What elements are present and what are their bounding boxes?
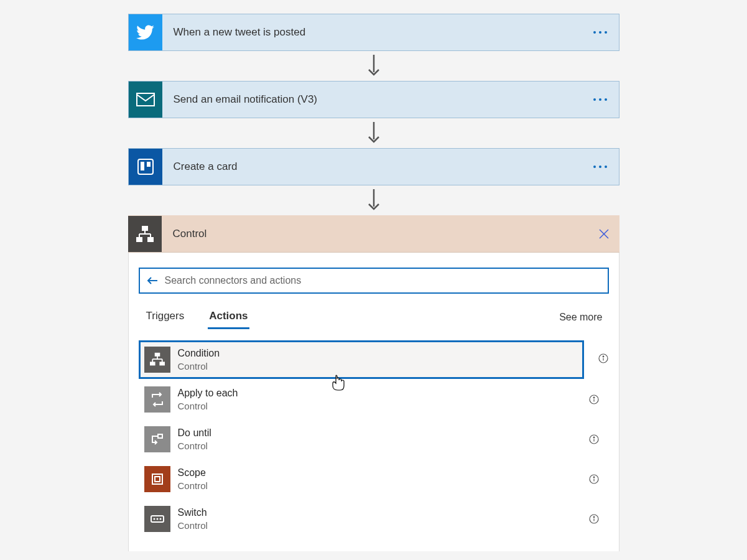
action-sub: Control bbox=[178, 520, 585, 532]
svg-point-37 bbox=[593, 477, 595, 478]
svg-rect-30 bbox=[158, 434, 162, 438]
svg-rect-17 bbox=[155, 353, 159, 356]
info-icon[interactable] bbox=[598, 353, 608, 366]
svg-rect-34 bbox=[152, 474, 162, 484]
action-item-do-until[interactable]: Do until Control bbox=[139, 420, 609, 459]
apply-each-icon bbox=[144, 386, 170, 413]
info-icon[interactable] bbox=[585, 434, 603, 444]
close-icon[interactable] bbox=[588, 228, 619, 240]
mail-icon bbox=[129, 82, 162, 118]
flow-step-label: Send an email notification (V3) bbox=[162, 93, 582, 106]
svg-rect-22 bbox=[150, 362, 154, 365]
twitter-icon bbox=[129, 14, 162, 50]
info-icon[interactable] bbox=[585, 394, 603, 404]
flow-step-twitter[interactable]: When a new tweet is posted bbox=[128, 14, 619, 51]
arrow-down-icon bbox=[128, 118, 619, 148]
action-sub: Control bbox=[178, 400, 585, 413]
svg-point-25 bbox=[603, 356, 604, 357]
ellipsis-icon[interactable] bbox=[582, 98, 619, 101]
svg-rect-13 bbox=[148, 238, 153, 241]
arrow-left-icon bbox=[146, 276, 159, 286]
svg-point-32 bbox=[593, 437, 595, 438]
flow-step-trello[interactable]: Create a card bbox=[128, 148, 619, 185]
arrow-down-icon bbox=[128, 185, 619, 215]
action-title: Do until bbox=[178, 427, 585, 440]
action-item-apply-each[interactable]: Apply to each Control bbox=[139, 380, 609, 419]
tabs-row: Triggers Actions See more bbox=[139, 305, 609, 329]
control-panel-title: Control bbox=[162, 228, 588, 240]
action-title: Scope bbox=[178, 467, 585, 480]
action-item-scope[interactable]: Scope Control bbox=[139, 460, 609, 498]
svg-rect-3 bbox=[138, 159, 153, 174]
scope-icon bbox=[144, 466, 170, 492]
control-icon bbox=[128, 216, 162, 252]
control-panel-header: Control bbox=[128, 215, 619, 253]
action-title: Condition bbox=[178, 347, 578, 360]
tab-triggers[interactable]: Triggers bbox=[145, 305, 186, 329]
flow-step-label: When a new tweet is posted bbox=[162, 26, 582, 39]
arrow-down-icon bbox=[128, 51, 619, 81]
flow-step-email[interactable]: Send an email notification (V3) bbox=[128, 81, 619, 118]
svg-point-44 bbox=[593, 516, 595, 518]
do-until-icon bbox=[144, 426, 170, 452]
search-bar[interactable] bbox=[139, 268, 609, 294]
svg-rect-1 bbox=[137, 93, 154, 106]
ellipsis-icon[interactable] bbox=[582, 166, 619, 168]
action-sub: Control bbox=[178, 480, 585, 492]
control-panel: Control Triggers Actions See more bbox=[128, 215, 619, 551]
switch-icon bbox=[144, 506, 170, 532]
svg-rect-12 bbox=[137, 238, 142, 241]
svg-rect-5 bbox=[147, 162, 151, 167]
action-title: Switch bbox=[178, 506, 585, 520]
action-title: Apply to each bbox=[178, 387, 585, 400]
info-icon[interactable] bbox=[585, 474, 603, 484]
svg-rect-4 bbox=[141, 162, 144, 170]
action-item-condition[interactable]: Condition Control bbox=[139, 340, 584, 379]
svg-rect-23 bbox=[160, 362, 164, 365]
action-sub: Control bbox=[178, 360, 578, 373]
svg-rect-35 bbox=[155, 477, 160, 482]
svg-point-28 bbox=[593, 397, 595, 398]
see-more-link[interactable]: See more bbox=[559, 312, 602, 323]
ellipsis-icon[interactable] bbox=[582, 31, 619, 34]
action-list: Condition Control Apply to each Control bbox=[139, 338, 609, 538]
info-icon[interactable] bbox=[585, 514, 603, 524]
trello-icon bbox=[129, 149, 162, 185]
condition-icon bbox=[144, 347, 170, 373]
flow-step-label: Create a card bbox=[162, 161, 582, 173]
search-input[interactable] bbox=[165, 275, 601, 286]
action-item-switch[interactable]: Switch Control bbox=[139, 500, 609, 538]
action-sub: Control bbox=[178, 440, 585, 452]
svg-rect-7 bbox=[142, 226, 147, 230]
tab-actions[interactable]: Actions bbox=[208, 305, 249, 329]
